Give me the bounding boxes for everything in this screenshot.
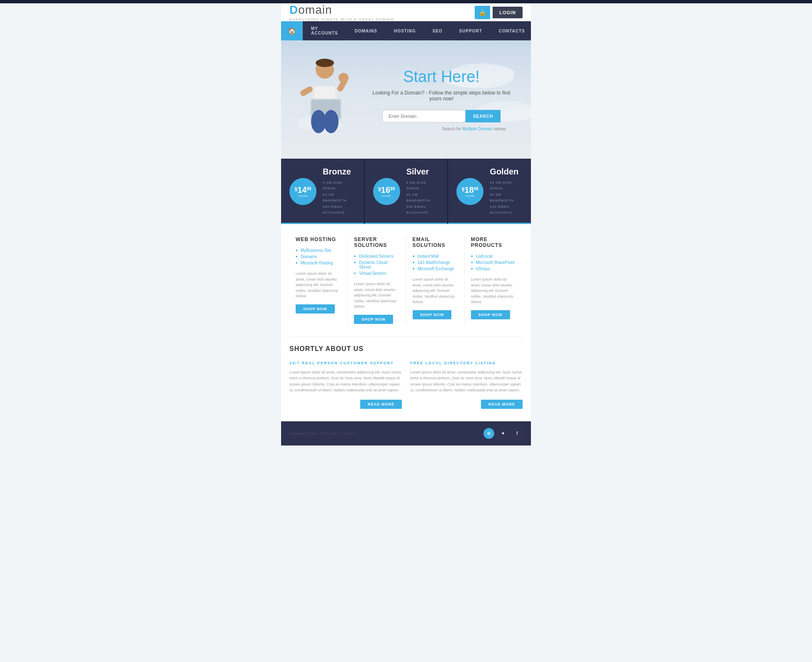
product-title: WEB HOSTING (296, 236, 341, 242)
facebook-icon[interactable]: f (512, 428, 523, 439)
product-item[interactable]: ListLocal (471, 253, 516, 259)
price-amount: $1699 (378, 185, 395, 194)
plan-feature: 14 GB DISK SPACE (490, 180, 523, 192)
rss-icon[interactable]: ⊕ (483, 428, 494, 439)
lock-button[interactable]: 🔒 (475, 6, 490, 19)
pricing-section: $1499 month Bronze 4 GB DISK SPACE20 GB … (281, 159, 531, 224)
product-item[interactable]: Dedicated Servers (354, 253, 399, 259)
product-item[interactable]: eShops (471, 266, 516, 272)
product-desc: Lorem ipsum dolor sit amet, conse dolo e… (354, 281, 399, 310)
plan-feature: 4 GB DISK SPACE (323, 180, 356, 192)
top-bar (0, 0, 812, 3)
product-title: EMAIL SOLUTIONS (413, 236, 458, 248)
pricing-card-silver: $1699 month Silver 8 GB DISK SPACE30 GB … (365, 159, 448, 224)
logo-blue-letter: D (289, 3, 298, 16)
about-col-desc: Lorem ipsum dolor sit amet, consectetur … (410, 369, 523, 393)
product-item[interactable]: Microsoft Hosting (296, 260, 341, 266)
about-col-title: 24/7 REAL PERSON CUSTOMER SUPPORT (289, 361, 402, 365)
plan-feature: 40 GB BANDWIDTH (490, 192, 523, 204)
price-circle: $1899 month (456, 178, 483, 205)
shop-now-button[interactable]: SHOP NOW (413, 310, 452, 319)
read-more-button[interactable]: READ MORE (360, 400, 402, 409)
nav-item-hosting[interactable]: HOSTING (386, 21, 424, 40)
read-more-button[interactable]: READ MORE (481, 400, 523, 409)
svg-point-17 (339, 73, 349, 83)
product-item[interactable]: Microsoft Exchange (413, 266, 458, 272)
product-title: MORE PRODUCTS (471, 236, 516, 248)
about-col-desc: Lorem ipsum dolor sit amet, consectetur … (289, 369, 402, 393)
plan-feature: 20 GB BANDWIDTH (323, 192, 356, 204)
price-circle: $1699 month (373, 178, 400, 205)
price-period: month (298, 194, 307, 197)
social-icons: ⊕ ✦ f (483, 428, 523, 439)
product-item[interactable]: Virtual Servers (354, 270, 399, 276)
nav-item-contacts[interactable]: CONTACTS (491, 21, 533, 40)
hero-section: Start Here! Looking For a Domain? - Foll… (281, 40, 531, 159)
about-col-title: FREE LOCAL DIRECTORY LISTING (410, 361, 523, 365)
footer: DOMAIN© 2014 | PRIVACY POLICY ⊕ ✦ f (281, 421, 531, 445)
nav-item-support[interactable]: SUPPORT (451, 21, 491, 40)
search-hint: Search for Multiple Domain names (369, 127, 514, 131)
product-list: ListLocalMicrosoft SharePointeShops (471, 253, 516, 272)
twitter-icon[interactable]: ✦ (498, 428, 508, 439)
plan-feature: 100 EMAIL ACCOUNTS (323, 204, 356, 216)
logo-area: Domain EVERYTHING STARTS WITH A GREAT DO… (289, 3, 394, 21)
product-item[interactable]: Microsoft SharePoint (471, 259, 516, 266)
product-col-3: MORE PRODUCTS ListLocalMicrosoft SharePo… (465, 236, 523, 324)
product-item[interactable]: Domains (296, 254, 341, 260)
price-circle: $1499 month (289, 178, 316, 205)
pricing-card-bronze: $1499 month Bronze 4 GB DISK SPACE20 GB … (281, 159, 365, 224)
hero-subtitle: Looking For a Domain? - Follow the simpl… (369, 90, 514, 102)
price-amount: $1499 (294, 185, 311, 194)
nav-home-button[interactable]: 🏠 (281, 21, 303, 40)
logo-tagline: EVERYTHING STARTS WITH A GREAT DOMAIN (289, 17, 394, 21)
plan-feature: 100 EMAIL ACCOUNTS (406, 204, 439, 216)
product-item[interactable]: 1&1 MailXchange (413, 259, 458, 266)
hero-content: Start Here! Looking For a Domain? - Foll… (360, 60, 523, 139)
product-title: SERVER SOLUTIONS (354, 236, 399, 248)
pricing-card-golden: $1899 month Golden 14 GB DISK SPACE40 GB… (448, 159, 531, 224)
product-list: Dedicated ServersDynamic Cloud ServerVir… (354, 253, 399, 276)
product-desc: Lorem ipsum dolor sit amet, conse dolo e… (471, 277, 516, 305)
about-section: SHORTLY ABOUT US 24/7 REAL PERSON CUSTOM… (289, 336, 523, 422)
login-button[interactable]: LOGIN (493, 7, 523, 18)
plan-features: 8 GB DISK SPACE30 GB BANDWIDTH100 EMAIL … (406, 180, 439, 216)
about-title: SHORTLY ABOUT US (289, 345, 523, 353)
shop-now-button[interactable]: SHOP NOW (354, 315, 393, 324)
search-button[interactable]: SEARCH (466, 110, 501, 122)
price-amount: $1899 (462, 185, 478, 194)
plan-name: Bronze (323, 167, 356, 177)
svg-rect-11 (299, 85, 314, 97)
multiple-domain-link[interactable]: Multiple Domain (463, 127, 493, 131)
hero-title: Start Here! (369, 68, 514, 86)
products-section: WEB HOSTING MyBusiness SiteDomainsMicros… (289, 224, 523, 336)
plan-feature: 8 GB DISK SPACE (406, 180, 439, 192)
product-col-1: SERVER SOLUTIONS Dedicated ServersDynami… (348, 236, 406, 324)
price-period: month (466, 194, 475, 197)
shop-now-button[interactable]: SHOP NOW (296, 304, 335, 314)
navigation: 🏠 MY ACCOUNTS DOMAINS HOSTING SEO SUPPOR… (281, 21, 531, 40)
product-item[interactable]: Instant Mail (413, 253, 458, 259)
nav-item-accounts[interactable]: MY ACCOUNTS (303, 21, 346, 40)
nav-item-seo[interactable]: SEO (424, 21, 451, 40)
logo: Domain (289, 3, 394, 17)
plan-features: 14 GB DISK SPACE40 GB BANDWIDTH100 EMAIL… (490, 180, 523, 216)
plan-features: 4 GB DISK SPACE20 GB BANDWIDTH100 EMAIL … (323, 180, 356, 216)
product-list: Instant Mail1&1 MailXchangeMicrosoft Exc… (413, 253, 458, 272)
domain-search-input[interactable] (382, 110, 466, 122)
product-item[interactable]: MyBusiness Site (296, 247, 341, 254)
hero-person-image (289, 53, 360, 146)
shop-now-button[interactable]: SHOP NOW (471, 310, 510, 319)
svg-point-8 (316, 59, 334, 67)
product-desc: Lorem ipsum dolor sit amet, conse dolo e… (296, 271, 341, 299)
about-col-1: FREE LOCAL DIRECTORY LISTING Lorem ipsum… (410, 361, 523, 409)
about-col-0: 24/7 REAL PERSON CUSTOMER SUPPORT Lorem … (289, 361, 402, 409)
search-row: SEARCH (369, 110, 514, 122)
nav-item-domains[interactable]: DOMAINS (346, 21, 386, 40)
about-grid: 24/7 REAL PERSON CUSTOMER SUPPORT Lorem … (289, 361, 523, 409)
plan-feature: 100 EMAIL ACCOUNTS (490, 204, 523, 216)
product-col-0: WEB HOSTING MyBusiness SiteDomainsMicros… (289, 236, 348, 324)
header: Domain EVERYTHING STARTS WITH A GREAT DO… (281, 3, 531, 21)
product-item[interactable]: Dynamic Cloud Server (354, 259, 399, 270)
plan-feature: 30 GB BANDWIDTH (406, 192, 439, 204)
